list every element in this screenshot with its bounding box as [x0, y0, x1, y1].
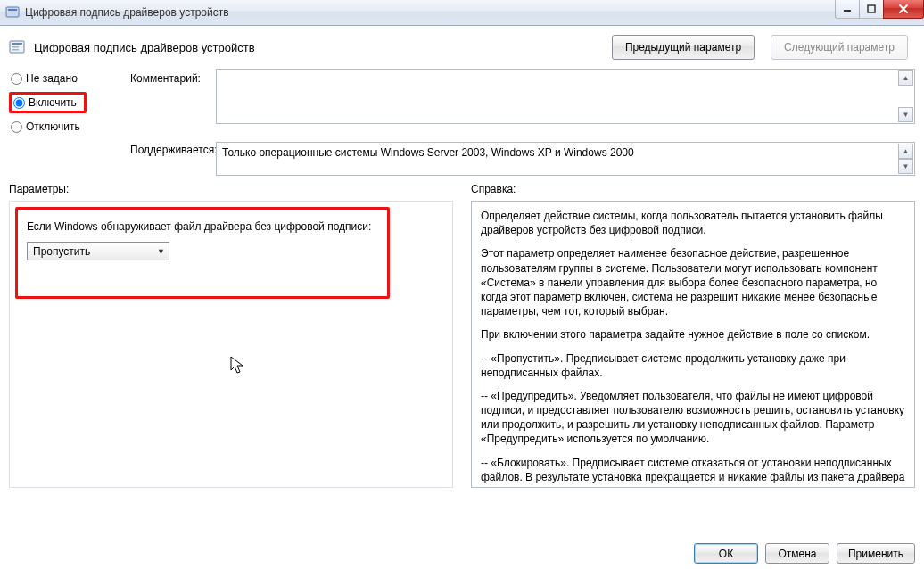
svg-rect-3 [868, 5, 875, 12]
svg-rect-0 [6, 7, 19, 17]
radio-enabled[interactable]: Включить [13, 96, 77, 109]
radio-disabled-input[interactable] [11, 121, 22, 133]
config-area: Не задано Включить Отключить Комментарий… [0, 63, 924, 177]
help-paragraph: -- «Предупредить». Уведомляет пользовате… [481, 389, 905, 447]
comment-scrollbar[interactable]: ▲ ▼ [898, 70, 913, 122]
radio-not-configured-input[interactable] [11, 73, 22, 85]
scroll-up-icon[interactable]: ▲ [898, 70, 913, 86]
radio-label: Включить [29, 96, 77, 109]
help-paragraph: -- «Пропустить». Предписывает системе пр… [481, 351, 905, 380]
radio-disabled[interactable]: Отключить [9, 117, 125, 136]
parameters-column: Параметры: Если Windows обнаруживает фай… [9, 183, 453, 488]
svg-rect-1 [8, 9, 17, 11]
ok-button[interactable]: ОК [694, 543, 758, 564]
supported-label: Поддерживается: [130, 142, 210, 156]
radio-label: Не задано [26, 72, 78, 85]
supported-textbox: Только операционные системы Windows Serv… [216, 142, 915, 176]
supported-text: Только операционные системы Windows Serv… [222, 146, 634, 159]
comment-label: Комментарий: [130, 69, 210, 85]
window-controls [836, 0, 924, 19]
radio-label: Отключить [26, 120, 80, 133]
radio-enabled-highlight: Включить [9, 92, 87, 113]
apply-button[interactable]: Применить [837, 543, 915, 564]
window-title: Цифровая подпись драйверов устройств [25, 6, 229, 19]
help-paragraph: Определяет действие системы, когда польз… [481, 209, 905, 237]
policy-header: Цифровая подпись драйверов устройств Пре… [0, 26, 924, 63]
scroll-down-icon[interactable]: ▼ [898, 107, 913, 122]
radio-not-configured[interactable]: Не задано [9, 69, 125, 88]
help-paragraph: Этот параметр определяет наименее безопа… [481, 246, 905, 318]
next-setting-button[interactable]: Следующий параметр [771, 35, 908, 60]
svg-rect-7 [12, 49, 19, 51]
dialog-buttons: ОК Отмена Применить [694, 543, 915, 564]
minimize-button[interactable] [835, 0, 860, 19]
policy-title: Цифровая подпись драйверов устройств [34, 41, 255, 54]
close-button[interactable] [883, 0, 924, 19]
parameters-heading: Параметры: [9, 183, 453, 195]
supported-scrollbar[interactable]: ▲ ▼ [898, 144, 913, 174]
svg-rect-6 [12, 46, 19, 48]
svg-rect-5 [12, 43, 22, 45]
help-textbox[interactable]: Определяет действие системы, когда польз… [471, 201, 915, 488]
app-icon [5, 5, 20, 20]
help-column: Справка: Определяет действие системы, ко… [471, 183, 915, 488]
help-paragraph: При включении этого параметра задайте ну… [481, 327, 905, 342]
titlebar: Цифровая подпись драйверов устройств [0, 0, 924, 26]
help-heading: Справка: [471, 183, 915, 195]
action-selected: Пропустить [33, 245, 90, 258]
previous-setting-button[interactable]: Предыдущий параметр [612, 35, 755, 60]
maximize-button[interactable] [859, 0, 884, 19]
cancel-button[interactable]: Отмена [765, 543, 829, 564]
scroll-down-icon[interactable]: ▼ [898, 159, 913, 174]
chevron-down-icon: ▼ [157, 247, 165, 256]
help-paragraph: -- «Блокировать». Предписывает системе о… [481, 456, 905, 488]
parameters-highlight: Если Windows обнаруживает файл драйвера … [15, 207, 390, 299]
policy-icon [9, 39, 25, 55]
radio-enabled-input[interactable] [13, 97, 25, 109]
parameters-prompt: Если Windows обнаруживает файл драйвера … [27, 220, 378, 233]
comment-textbox[interactable]: ▲ ▼ [216, 69, 915, 124]
action-combobox[interactable]: Пропустить ▼ [27, 242, 169, 260]
scroll-up-icon[interactable]: ▲ [898, 144, 913, 159]
